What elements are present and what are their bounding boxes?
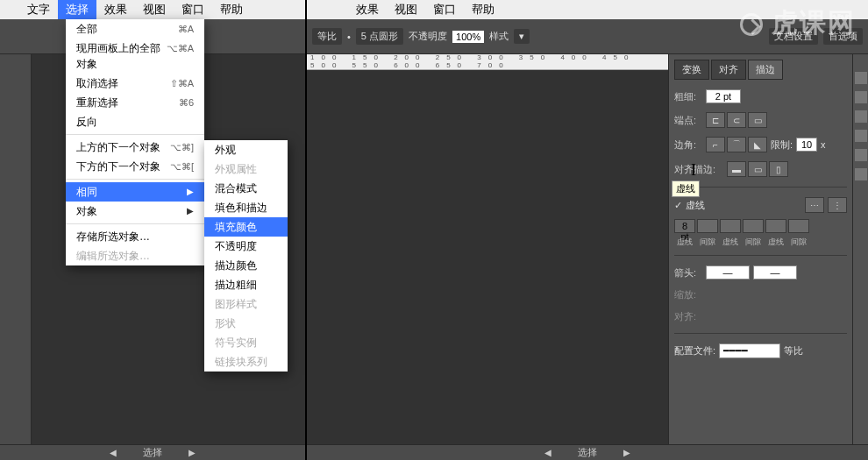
corner-miter-button[interactable]: ⌐ bbox=[706, 137, 725, 152]
sm-link-block: 链接块系列 bbox=[204, 352, 288, 372]
status-bar-left: ◀ 选择 ▶ bbox=[0, 444, 305, 460]
panel-icon[interactable] bbox=[855, 149, 867, 161]
menu-item-0[interactable]: 文字 bbox=[19, 0, 58, 19]
dash-tooltip: 虚线 bbox=[672, 180, 700, 197]
status-left-arrow[interactable]: ◀ bbox=[110, 448, 117, 457]
same-submenu: 外观 外观属性 混合模式 填色和描边 填充颜色 不透明度 描边颜色 描边粗细 图… bbox=[204, 140, 288, 372]
status-left-arrow-r[interactable]: ◀ bbox=[544, 448, 551, 457]
dd-deselect[interactable]: 取消选择⇧⌘A bbox=[66, 74, 204, 93]
menu-item-5[interactable]: 帮助 bbox=[212, 0, 251, 19]
profile-label: 配置文件: bbox=[674, 344, 715, 357]
status-label-r: 选择 bbox=[578, 446, 597, 459]
dd-all-artboard[interactable]: 现用画板上的全部对象⌥⌘A bbox=[66, 39, 204, 74]
arrow-end[interactable]: — bbox=[753, 265, 797, 280]
cap-round-button[interactable]: ⊂ bbox=[727, 112, 746, 128]
align-outside-button[interactable]: ▯ bbox=[769, 161, 788, 177]
mode-dd[interactable]: 等比 bbox=[312, 28, 342, 45]
weight-input[interactable]: 2 pt bbox=[706, 89, 741, 103]
panel-icon[interactable] bbox=[855, 91, 867, 103]
align-inside-button[interactable]: ▭ bbox=[748, 161, 767, 177]
align-center-button[interactable]: ▬ bbox=[727, 161, 746, 177]
menubar-right: x 效果 视图 窗口 帮助 bbox=[307, 0, 868, 19]
control-bar-right: 等比 • 5 点圆形 不透明度 100% 样式 ▾ 文档设置 首选项 bbox=[307, 19, 868, 54]
dd-sep-1 bbox=[66, 134, 204, 135]
align-stroke-label: 对齐描边: bbox=[674, 163, 723, 176]
sm-stroke-color[interactable]: 描边颜色 bbox=[204, 256, 288, 275]
dash-input-0[interactable]: 8 pt bbox=[674, 219, 695, 233]
profile-dd[interactable]: ━━━━ bbox=[719, 343, 780, 358]
corner-round-button[interactable]: ⌒ bbox=[727, 137, 746, 152]
prefs-btn[interactable]: 首选项 bbox=[823, 28, 863, 45]
panel-sep-3 bbox=[674, 333, 847, 334]
dd-save-sel[interactable]: 存储所选对象… bbox=[66, 227, 204, 246]
status-right-arrow[interactable]: ▶ bbox=[189, 448, 196, 457]
tab-transform[interactable]: 变换 bbox=[674, 60, 709, 80]
dash-align-button[interactable]: ⋮ bbox=[828, 197, 847, 213]
panel-icon[interactable] bbox=[855, 110, 867, 123]
cap-butt-button[interactable]: ⊏ bbox=[706, 112, 725, 128]
dash-input-4[interactable] bbox=[765, 219, 786, 233]
dd-same[interactable]: 相同▶ bbox=[66, 182, 204, 202]
tab-stroke[interactable]: 描边 bbox=[748, 60, 783, 80]
status-right-arrow-r[interactable]: ▶ bbox=[623, 448, 630, 457]
dash-input-3[interactable] bbox=[743, 219, 764, 233]
sm-appearance-attr: 外观属性 bbox=[204, 159, 288, 179]
dd-all[interactable]: 全部⌘A bbox=[66, 19, 204, 39]
menu-item-2[interactable]: 效果 bbox=[96, 0, 135, 19]
dd-sep-2 bbox=[66, 179, 204, 180]
style-dd[interactable]: ▾ bbox=[514, 29, 530, 44]
menu-item-r-5[interactable]: 帮助 bbox=[464, 0, 502, 19]
dd-inverse[interactable]: 反向 bbox=[66, 112, 204, 131]
cap-square-button[interactable]: ▭ bbox=[748, 112, 767, 128]
menu-item-r-3[interactable]: 视图 bbox=[387, 0, 425, 19]
menu-item-1[interactable]: 选择 bbox=[58, 0, 96, 19]
dash-input-1[interactable] bbox=[697, 219, 718, 233]
weight-label: 粗细: bbox=[674, 90, 702, 103]
text-cursor-icon: I bbox=[691, 161, 696, 180]
dash-label: 虚线 bbox=[686, 199, 705, 212]
dash-checkbox[interactable]: ✓ bbox=[674, 200, 682, 211]
panel-icon[interactable] bbox=[855, 168, 867, 180]
corner-label: 边角: bbox=[674, 138, 702, 152]
sm-opacity[interactable]: 不透明度 bbox=[204, 237, 288, 256]
arrow-label: 箭头: bbox=[674, 266, 702, 280]
sm-appearance[interactable]: 外观 bbox=[204, 140, 288, 159]
select-dropdown: 全部⌘A 现用画板上的全部对象⌥⌘A 取消选择⇧⌘A 重新选择⌘6 反向 上方的… bbox=[66, 19, 204, 265]
sm-fill-stroke[interactable]: 填色和描边 bbox=[204, 198, 288, 217]
profile-value: 等比 bbox=[784, 344, 803, 357]
sm-shape: 形状 bbox=[204, 314, 288, 333]
style-label: 样式 bbox=[489, 30, 509, 43]
panel-icon[interactable] bbox=[855, 72, 867, 84]
right-icon-strip bbox=[852, 54, 868, 444]
menubar-left: 文字 选择 效果 视图 窗口 帮助 bbox=[0, 0, 305, 19]
dd-object[interactable]: 对象▶ bbox=[66, 202, 204, 221]
menu-item-r-2[interactable]: 效果 bbox=[348, 0, 387, 19]
scale-label: 缩放: bbox=[674, 288, 702, 301]
sm-blend[interactable]: 混合模式 bbox=[204, 179, 288, 198]
dd-next-above[interactable]: 上方的下一个对象⌥⌘] bbox=[66, 138, 204, 157]
menu-item-4[interactable]: 窗口 bbox=[174, 0, 212, 19]
panel-sep-2 bbox=[674, 255, 847, 256]
panel-tabs: 变换 对齐 描边 bbox=[674, 60, 847, 80]
corner-bevel-button[interactable]: ◣ bbox=[748, 137, 767, 152]
panel-icon[interactable] bbox=[855, 130, 867, 142]
docset-btn[interactable]: 文档设置 bbox=[769, 28, 818, 45]
shape-dd[interactable]: 5 点圆形 bbox=[356, 28, 403, 45]
opacity-value[interactable]: 100% bbox=[452, 31, 484, 43]
arrow-start[interactable]: — bbox=[706, 265, 750, 280]
dd-next-below[interactable]: 下方的下一个对象⌥⌘[ bbox=[66, 157, 204, 176]
ruler-horizontal: 100 150 200 250 300 350 400 450 500 550 … bbox=[307, 54, 668, 70]
opacity-label: 不透明度 bbox=[409, 30, 447, 43]
menu-item-r-4[interactable]: 窗口 bbox=[425, 0, 464, 19]
limit-input[interactable]: 10 bbox=[796, 138, 817, 152]
tool-column-left[interactable] bbox=[0, 54, 32, 444]
panel-sep bbox=[674, 187, 847, 188]
menu-item-3[interactable]: 视图 bbox=[135, 0, 174, 19]
sm-fill-color[interactable]: 填充颜色 bbox=[204, 217, 288, 237]
dash-input-5[interactable] bbox=[788, 219, 809, 233]
dd-reselect[interactable]: 重新选择⌘6 bbox=[66, 93, 204, 112]
dash-input-2[interactable] bbox=[720, 219, 741, 233]
dash-preserve-button[interactable]: ⋯ bbox=[805, 197, 824, 213]
tab-align[interactable]: 对齐 bbox=[711, 60, 746, 80]
sm-stroke-weight[interactable]: 描边粗细 bbox=[204, 275, 288, 294]
